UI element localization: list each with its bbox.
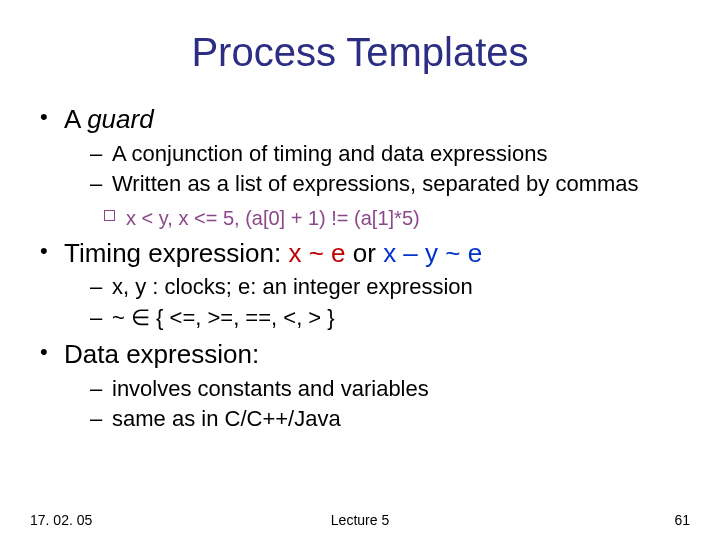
bullet-list: A guard A conjunction of timing and data… <box>40 103 690 434</box>
timing-sub1-rest: : an integer expression <box>250 274 473 299</box>
dataexpr-label: Data expression: <box>64 339 259 369</box>
dataexpr-sub-1: involves constants and variables <box>90 375 690 404</box>
timing-sub1-xy: x, y <box>112 274 146 299</box>
dataexpr-sublist: involves constants and variables same as… <box>90 375 690 434</box>
timing-sub-1: x, y : clocks; e: an integer expression <box>90 273 690 302</box>
timing-expr-1: x ~ e <box>288 238 345 268</box>
guard-label: A guard <box>64 104 154 134</box>
timing-sublist: x, y : clocks; e: an integer expression … <box>90 273 690 332</box>
slide: Process Templates A guard A conjunction … <box>0 0 720 540</box>
guard-sub-2: Written as a list of expressions, separa… <box>90 170 690 199</box>
timing-sub1-e: e <box>238 274 250 299</box>
guard-sublist: A conjunction of timing and data express… <box>90 140 690 199</box>
timing-or: or <box>346 238 384 268</box>
dataexpr-sub-2: same as in C/C++/Java <box>90 405 690 434</box>
bullet-guard: A guard A conjunction of timing and data… <box>40 103 690 231</box>
timing-sub1-mid: : clocks; <box>146 274 238 299</box>
guard-label-pre: A <box>64 104 87 134</box>
timing-expr-2: x – y ~ e <box>383 238 482 268</box>
timing-label-text: Timing expression: <box>64 238 288 268</box>
timing-label: Timing expression: x ~ e or x – y ~ e <box>64 238 482 268</box>
timing-sub-2: ~ ∈ { <=, >=, ==, <, > } <box>90 304 690 333</box>
footer: 17. 02. 05 Lecture 5 61 <box>30 512 690 528</box>
footer-lecture: Lecture 5 <box>30 512 690 528</box>
slide-title: Process Templates <box>30 30 690 75</box>
guard-example: x < y, x <= 5, (a[0] + 1) != (a[1]*5) <box>104 205 690 231</box>
bullet-data-expression: Data expression: involves constants and … <box>40 338 690 434</box>
guard-label-italic: guard <box>87 104 154 134</box>
bullet-timing: Timing expression: x ~ e or x – y ~ e x,… <box>40 237 690 333</box>
guard-sub-1: A conjunction of timing and data express… <box>90 140 690 169</box>
guard-example-list: x < y, x <= 5, (a[0] + 1) != (a[1]*5) <box>104 205 690 231</box>
